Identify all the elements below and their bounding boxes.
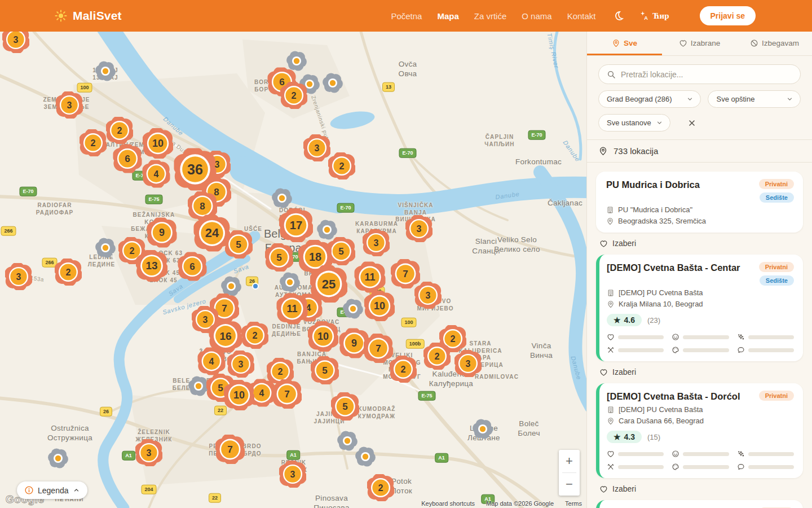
location-card[interactable]: [DEMO] Cvetna Bašta - Dedinje Privatni [… bbox=[596, 500, 803, 508]
nav-item-za-vrtiće[interactable]: Za vrtiće bbox=[474, 11, 507, 21]
map-cluster-marker[interactable]: 2 bbox=[106, 117, 133, 146]
tab-izbegavam[interactable]: Izbegavam bbox=[737, 32, 812, 55]
map-cluster-marker[interactable]: 2 bbox=[241, 322, 268, 351]
map-location-marker[interactable] bbox=[271, 187, 293, 211]
road-badge: A1 bbox=[122, 451, 135, 461]
map-cluster-marker[interactable]: 2 bbox=[367, 474, 394, 503]
building-icon bbox=[606, 206, 614, 214]
tab-izabrane[interactable]: Izabrane bbox=[662, 32, 737, 55]
nav-item-mapa[interactable]: Mapa bbox=[437, 11, 458, 21]
select-location-button[interactable]: Izaberi bbox=[596, 478, 803, 500]
map-cluster-marker[interactable]: 10 bbox=[364, 291, 395, 323]
map-cluster-marker[interactable]: 7 bbox=[272, 379, 302, 411]
map-cluster-marker[interactable]: 11 bbox=[277, 294, 308, 327]
map-cluster-marker[interactable]: 2 bbox=[328, 152, 355, 182]
map-cluster-marker[interactable]: 2 bbox=[55, 259, 82, 288]
map-cluster-marker[interactable]: 3 bbox=[2, 32, 29, 55]
select-location-button[interactable]: Izaberi bbox=[596, 233, 803, 255]
map-cluster-marker[interactable]: 3 bbox=[279, 461, 306, 490]
heart-icon bbox=[599, 368, 608, 376]
institution-filter-dropdown[interactable]: Sve ustanove bbox=[598, 114, 670, 132]
nav-item-o-nama[interactable]: O nama bbox=[522, 11, 551, 21]
map-cluster-marker[interactable]: 3 bbox=[363, 229, 390, 259]
location-card[interactable]: [DEMO] Cvetna Bašta - Dorćol Privatni [D… bbox=[596, 383, 803, 478]
map-cluster-marker[interactable]: 11 bbox=[355, 262, 386, 295]
select-location-button[interactable]: Izaberi bbox=[596, 361, 803, 383]
map-cluster-marker[interactable]: 3 bbox=[135, 439, 162, 468]
pin-icon bbox=[607, 417, 615, 425]
map-cluster-marker[interactable]: 4 bbox=[143, 160, 170, 190]
map-canvas[interactable]: ZEMUN POLJEЗЕМУН ПОЉЕ13. MAJ13. МАЈALTIN… bbox=[0, 32, 586, 508]
map-cluster-marker[interactable]: 3 bbox=[405, 215, 433, 244]
map-location-marker[interactable] bbox=[472, 418, 493, 442]
svg-text:11: 11 bbox=[286, 303, 297, 314]
results-count: 733 lokacija bbox=[614, 146, 658, 156]
map-cluster-marker[interactable]: 13 bbox=[136, 250, 167, 284]
zoom-in-button[interactable]: + bbox=[559, 450, 580, 472]
map-location-marker[interactable] bbox=[322, 72, 343, 96]
map-cluster-marker[interactable]: 2 bbox=[280, 82, 307, 111]
municipality-filter-dropdown[interactable]: Sve opštine bbox=[708, 90, 801, 108]
city-filter-dropdown[interactable]: Grad Beograd (286) bbox=[598, 90, 701, 108]
map-zoom-controls: + − bbox=[559, 450, 580, 496]
map-cluster-marker[interactable]: 5 bbox=[265, 243, 293, 274]
road-badge: 100b bbox=[406, 339, 425, 349]
tab-sve[interactable]: Sve bbox=[587, 32, 662, 55]
map-cluster-marker[interactable]: 4 bbox=[198, 348, 226, 378]
map-cluster-marker[interactable]: 2 bbox=[80, 129, 107, 159]
keyboard-shortcuts-link[interactable]: Keyboard shortcuts bbox=[421, 500, 475, 507]
legend-button[interactable]: Legenda bbox=[17, 481, 87, 499]
svg-text:11: 11 bbox=[364, 271, 375, 283]
svg-text:9: 9 bbox=[351, 338, 357, 349]
map-cluster-marker[interactable]: 3 bbox=[5, 263, 32, 292]
svg-text:7: 7 bbox=[222, 303, 227, 314]
map-cluster-marker[interactable]: 7 bbox=[215, 435, 245, 466]
map-cluster-marker[interactable]: 10 bbox=[224, 380, 254, 413]
palette-icon bbox=[672, 346, 679, 354]
map-cluster-marker[interactable]: 3 bbox=[454, 350, 482, 379]
road-badge: 100 bbox=[401, 318, 416, 327]
location-card[interactable]: PU Mudrica i Dobrica PrivatniSedište PU … bbox=[596, 172, 803, 233]
map-cluster-marker[interactable]: 10 bbox=[143, 128, 173, 161]
road-badge: E-75 bbox=[418, 391, 435, 401]
svg-text:3: 3 bbox=[14, 35, 19, 45]
zoom-out-button[interactable]: − bbox=[559, 473, 580, 496]
svg-text:3: 3 bbox=[417, 224, 422, 234]
map-cluster-marker[interactable]: 6 bbox=[113, 144, 142, 176]
map-cluster-marker[interactable]: 2 bbox=[390, 356, 417, 385]
main-nav: PočetnaMapaZa vrtićeO namaKontakt bbox=[391, 11, 595, 21]
map-cluster-marker[interactable]: 5 bbox=[311, 356, 339, 387]
map-cluster-marker[interactable]: 10 bbox=[308, 321, 338, 354]
location-card[interactable]: [DEMO] Cvetna Bašta - Centar PrivatniSed… bbox=[596, 255, 803, 361]
terms-link[interactable]: Terms bbox=[565, 500, 582, 507]
map-cluster-marker[interactable]: 5 bbox=[224, 230, 253, 261]
map-location-marker[interactable] bbox=[95, 60, 116, 84]
theme-toggle-button[interactable] bbox=[613, 10, 624, 21]
road-badge: 204 bbox=[141, 485, 156, 494]
map-blue-dot-marker[interactable] bbox=[251, 282, 259, 292]
login-button[interactable]: Prijavi se bbox=[700, 6, 756, 25]
badge-sedište: Sedište bbox=[760, 275, 794, 286]
score-bar-track bbox=[618, 452, 664, 456]
map-cluster-marker[interactable]: 7 bbox=[364, 334, 393, 365]
nav-item-kontakt[interactable]: Kontakt bbox=[567, 11, 596, 21]
language-toggle-button[interactable]: A Ћир bbox=[639, 10, 669, 21]
utensils-icon bbox=[607, 346, 615, 354]
map-location-marker[interactable] bbox=[95, 237, 116, 261]
map-location-marker[interactable] bbox=[279, 271, 301, 295]
map-cluster-marker[interactable]: 17 bbox=[279, 208, 313, 244]
map-cluster-marker[interactable]: 3 bbox=[303, 134, 330, 164]
map-cluster-marker[interactable]: 9 bbox=[147, 218, 177, 250]
map-cluster-marker[interactable]: 3 bbox=[56, 91, 83, 121]
map-cluster-marker[interactable]: 5 bbox=[331, 392, 359, 423]
brand-logo[interactable]: MaliSvet bbox=[54, 9, 122, 23]
nav-item-početna[interactable]: Početna bbox=[391, 11, 422, 21]
clear-filters-button[interactable] bbox=[685, 116, 699, 130]
card-organization: PU "Mudrica i Dobrica" bbox=[606, 205, 794, 214]
map-cluster-marker[interactable]: 2 bbox=[423, 343, 451, 372]
map-cluster-marker[interactable]: 6 bbox=[178, 252, 207, 283]
search-input[interactable] bbox=[621, 70, 792, 79]
map-cluster-marker[interactable]: 3 bbox=[414, 282, 442, 311]
map-location-marker[interactable] bbox=[47, 448, 69, 471]
map-location-marker[interactable] bbox=[355, 446, 376, 470]
